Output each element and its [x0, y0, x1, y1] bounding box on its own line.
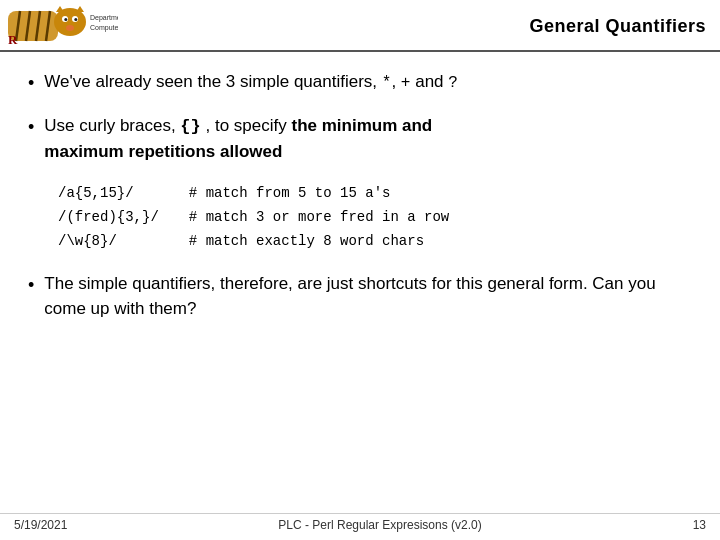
bullet-dot-3: • — [28, 273, 34, 298]
question-code: ? — [448, 74, 458, 92]
bullet-item-3: • The simple quantifiers, therefore, are… — [28, 272, 692, 321]
footer-page: 13 — [693, 518, 706, 532]
tiger-logo-icon: Department of Computer Science R — [8, 6, 118, 46]
main-content: • We've already seen the 3 simple quanti… — [0, 52, 720, 349]
svg-text:Computer Science: Computer Science — [90, 24, 118, 32]
logo-area: Department of Computer Science R — [8, 6, 118, 46]
svg-point-11 — [74, 18, 77, 21]
svg-point-10 — [64, 18, 67, 21]
bullet-item-1: • We've already seen the 3 simple quanti… — [28, 70, 692, 96]
footer-center: PLC - Perl Regular Expresisons (v2.0) — [278, 518, 481, 532]
bullet-dot-1: • — [28, 71, 34, 96]
bullet-text-2: Use curly braces, {} , to specify the mi… — [44, 114, 432, 164]
quantifiers-code: * — [382, 74, 392, 92]
svg-marker-6 — [56, 6, 64, 12]
code-patterns: /a{5,15}/ /(fred){3,}/ /\w{8}/ — [58, 182, 159, 253]
header: Department of Computer Science R General… — [0, 0, 720, 52]
code-comments: # match from 5 to 15 a's # match 3 or mo… — [189, 182, 449, 253]
page-title: General Quantifiers — [529, 16, 706, 37]
bullet-dot-2: • — [28, 115, 34, 140]
and-text: and — [415, 72, 448, 91]
footer: 5/19/2021 PLC - Perl Regular Expresisons… — [0, 513, 720, 532]
svg-point-12 — [66, 25, 74, 31]
footer-date: 5/19/2021 — [14, 518, 67, 532]
svg-marker-7 — [76, 6, 84, 12]
svg-point-5 — [54, 8, 86, 36]
min-max-text: the minimum andmaximum repetitions allow… — [44, 116, 432, 161]
svg-text:R: R — [8, 32, 18, 46]
curly-braces-code: {} — [180, 117, 200, 136]
bullet-text-1: We've already seen the 3 simple quantifi… — [44, 70, 458, 95]
svg-text:Department of: Department of — [90, 14, 118, 22]
plus-code: + — [401, 74, 411, 92]
code-block: /a{5,15}/ /(fred){3,}/ /\w{8}/ # match f… — [58, 182, 672, 253]
bullet-item-2: • Use curly braces, {} , to specify the … — [28, 114, 692, 164]
bullet-text-3: The simple quantifiers, therefore, are j… — [44, 272, 692, 321]
